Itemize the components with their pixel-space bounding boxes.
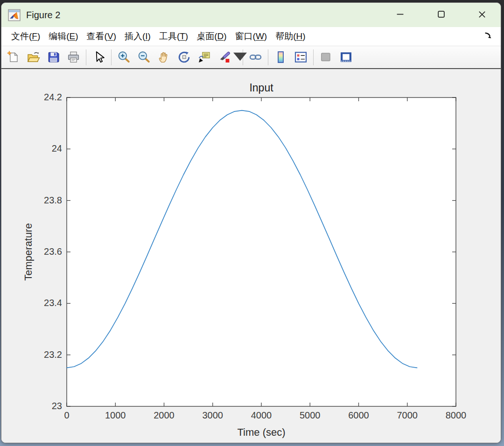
open-file-button[interactable] [23,48,43,67]
menu-desktop[interactable]: 桌面(D) [192,28,231,44]
x-tick-label: 6000 [336,410,381,421]
save-icon [47,50,60,64]
matlab-app-icon [8,9,21,21]
x-tick-label: 7000 [385,410,430,421]
maximize-button[interactable] [426,3,456,27]
insert-legend-button[interactable] [291,48,311,67]
edit-plot-pointer-button[interactable] [89,48,109,67]
show-plot-tools-dock-button[interactable] [336,48,356,67]
menu-view[interactable]: 查看(V) [83,28,120,44]
x-tick-label: 0 [44,410,89,421]
maximize-icon [437,10,445,20]
y-tick-label: 23.8 [20,195,62,206]
window-controls [385,3,501,27]
x-tick-label: 5000 [287,410,332,421]
insert-colorbar-button[interactable] [271,48,291,67]
pointer-icon [92,50,105,64]
menu-insert[interactable]: 插入(I) [120,28,155,44]
show-plot-tools-icon [339,50,353,64]
menu-bar: 文件(F)编辑(E)查看(V)插入(I)工具(T)桌面(D)窗口(W)帮助(H) [1,27,501,46]
toolbar-separator [313,49,314,65]
toolbar-separator [111,49,112,65]
colorbar-icon [274,50,287,64]
rotate-3d-icon [177,50,191,64]
pan-hand-icon [157,50,171,64]
menu-tools[interactable]: 工具(T) [155,28,192,44]
close-icon [478,10,486,20]
title-bar: Figure 2 [1,3,501,27]
y-tick-label: 24.2 [20,92,62,103]
x-tick-label: 1000 [93,410,138,421]
toolbar-items [3,48,356,67]
y-tick-label: 23.2 [20,349,62,360]
window-title: Figure 2 [26,10,60,21]
x-tick-label: 4000 [239,410,284,421]
menu-file[interactable]: 文件(F) [7,28,44,44]
zoom-out-icon [137,50,151,64]
x-tick-label: 3000 [190,410,235,421]
zoom-in-icon [117,50,131,64]
brush-icon [217,50,231,64]
menubar-items: 文件(F)编辑(E)查看(V)插入(I)工具(T)桌面(D)窗口(W)帮助(H) [7,28,310,44]
pan-button[interactable] [154,48,174,67]
y-tick-label: 23.4 [20,298,62,308]
y-tick-label: 23 [20,401,62,411]
minimize-button[interactable] [385,3,415,27]
figure-canvas: Input Time (sec) Temperature 01000200030… [1,69,501,443]
y-tick-label: 24 [20,143,62,154]
figure-toolbar [1,46,501,69]
zoom-in-button[interactable] [114,48,134,67]
x-tick-label: 2000 [142,410,187,421]
figure-window: Figure 2 文件(F)编辑(E)查看(V)插入(I)工具(T)桌面(D)窗… [1,2,501,443]
x-tick-label: 8000 [434,410,478,421]
toolbar-separator [268,49,268,65]
new-figure-icon [7,50,20,64]
close-button[interactable] [467,3,497,27]
link-plot-button[interactable] [245,48,266,67]
new-figure-button[interactable] [3,48,23,67]
plot-title: Input [67,82,456,94]
print-icon [67,50,80,64]
minimize-icon [396,10,404,20]
dock-figure-button[interactable] [483,30,495,42]
hide-plot-tools-button[interactable] [316,48,336,67]
menu-window[interactable]: 窗口(W) [231,28,272,44]
rotate-3d-button[interactable] [174,48,194,67]
y-tick-label: 23.6 [20,246,62,257]
menu-help[interactable]: 帮助(H) [271,28,309,44]
legend-icon [294,50,308,64]
print-figure-button[interactable] [63,48,84,67]
data-cursor-icon [197,50,211,64]
save-figure-button[interactable] [43,48,63,67]
brush-dropdown-caret-icon[interactable] [233,50,247,65]
data-cursor-button[interactable] [194,48,214,67]
plot-area[interactable] [1,69,501,443]
menu-edit[interactable]: 编辑(E) [44,28,82,44]
link-icon [249,50,262,64]
dock-arrow-icon [483,30,493,42]
open-folder-icon [27,50,40,64]
brush-data-button[interactable] [214,48,240,67]
x-axis-label: Time (sec) [67,426,456,439]
toolbar-separator [86,49,86,65]
zoom-out-button[interactable] [134,48,154,67]
hide-plot-tools-icon [319,50,333,64]
